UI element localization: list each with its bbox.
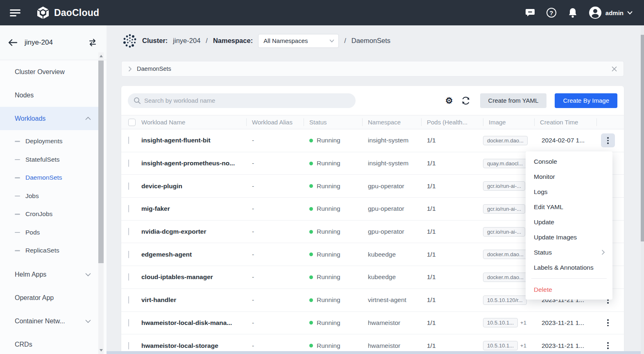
status-cell: Running (304, 342, 362, 349)
row-checkbox[interactable] (128, 273, 129, 281)
workload-name[interactable]: insight-agent-prometheus-no... (141, 160, 246, 167)
sidebar-nav: Cluster OverviewNodesWorkloadsDeployment… (0, 60, 98, 354)
workload-name[interactable]: hwameistor-local-disk-mana... (141, 319, 246, 327)
breadcrumb-bar: DaemonSets (121, 61, 624, 77)
page-header: Cluster: jinye-204 / Namespace: All Name… (107, 25, 644, 56)
row-actions-kebab-icon[interactable] (601, 316, 615, 330)
switch-cluster-icon[interactable] (88, 38, 98, 47)
select-all-checkbox[interactable] (128, 119, 136, 126)
menu-item-label: Edit YAML (534, 203, 563, 211)
search-input[interactable] (128, 93, 356, 108)
row-checkbox[interactable] (128, 160, 129, 167)
workload-name[interactable]: nvidia-dcgm-exporter (141, 228, 246, 235)
sidebar-item-replicasets[interactable]: ReplicaSets (0, 241, 98, 260)
workload-name[interactable]: mig-faker (141, 205, 246, 212)
pods-cell: 1/1 (421, 160, 483, 167)
row-checkbox[interactable] (128, 183, 129, 190)
table-header: Workload NameWorkload AliasStatusNamespa… (121, 115, 624, 129)
sidebar-scrollbar[interactable] (98, 52, 104, 354)
namespace-cell: kubeedge (362, 251, 421, 258)
image-cell: 10.5.10.1...+1 (483, 341, 534, 350)
menu-item-monitor[interactable]: Monitor (526, 169, 612, 184)
menu-item-labels-annotations[interactable]: Labels & Annotations (526, 260, 612, 275)
workload-name[interactable]: insight-agent-fluent-bit (141, 137, 246, 144)
row-checkbox[interactable] (128, 228, 129, 235)
menu-item-console[interactable]: Console (526, 154, 612, 169)
scroll-down-icon[interactable] (100, 349, 103, 352)
menu-item-delete[interactable]: Delete (526, 282, 612, 297)
row-checkbox[interactable] (128, 205, 129, 212)
close-icon[interactable] (612, 66, 617, 72)
sidebar-item-nodes[interactable]: Nodes (0, 83, 98, 107)
image-pill: quay.m.daocl... (483, 159, 527, 168)
sidebar-item-crds[interactable]: CRDs (0, 333, 98, 354)
namespace-cell: kubeedge (362, 273, 421, 281)
sidebar-item-deployments[interactable]: Deployments (0, 132, 98, 151)
workload-alias: - (246, 296, 304, 304)
sidebar-item-pods[interactable]: Pods (0, 223, 98, 242)
sidebar-item-cluster-overview[interactable]: Cluster Overview (0, 60, 98, 83)
pods-cell: 1/1 (421, 296, 483, 304)
sidebar-item-operator-app[interactable]: Operator App (0, 286, 98, 310)
horizontal-scrollbar[interactable] (107, 351, 644, 354)
pods-cell: 1/1 (421, 183, 483, 190)
breadcrumb-label[interactable]: DaemonSets (137, 65, 171, 72)
workload-alias: - (246, 183, 304, 190)
row-actions-kebab-icon[interactable] (601, 339, 615, 353)
row-actions-kebab-icon[interactable] (601, 133, 615, 147)
back-arrow-icon[interactable] (8, 39, 17, 46)
workload-name[interactable]: hwameistor-local-storage (141, 342, 246, 349)
row-checkbox[interactable] (128, 251, 129, 258)
menu-item-label: Monitor (534, 173, 555, 180)
help-icon[interactable] (546, 7, 557, 18)
settings-gear-icon[interactable] (445, 96, 453, 105)
namespace-cell: hwameistor (362, 319, 421, 327)
sidebar-item-statefulsets[interactable]: StatefulSets (0, 151, 98, 169)
menu-item-label: Labels & Annotations (534, 264, 594, 271)
dash-icon (15, 250, 20, 251)
row-checkbox[interactable] (128, 319, 129, 327)
menu-item-status[interactable]: Status (526, 245, 612, 260)
daocloud-logo-icon (36, 6, 50, 20)
scroll-up-icon[interactable] (100, 55, 103, 57)
workload-name[interactable]: virt-handler (141, 296, 246, 304)
pods-cell: 1/1 (421, 205, 483, 212)
workload-name[interactable]: cloud-iptables-manager (141, 273, 246, 281)
sidebar-scrollbar-thumb[interactable] (98, 61, 104, 263)
sidebar-item-cronjobs[interactable]: CronJobs (0, 205, 98, 223)
sidebar-item-daemonsets[interactable]: DaemonSets (0, 169, 98, 187)
menu-item-logs[interactable]: Logs (526, 184, 612, 199)
separator: / (344, 37, 346, 45)
vertical-scrollbar-thumb[interactable] (641, 35, 644, 241)
menu-icon[interactable] (10, 8, 20, 18)
row-checkbox[interactable] (128, 137, 129, 144)
vertical-scrollbar[interactable] (641, 25, 644, 354)
column-header: Creation Time (534, 115, 596, 129)
sidebar-item-container-netw[interactable]: Container Netw... (0, 310, 98, 333)
chat-icon[interactable] (525, 7, 535, 18)
menu-item-edit-yaml[interactable]: Edit YAML (526, 199, 612, 214)
chevron-right-icon[interactable] (128, 66, 132, 72)
sidebar-item-helm-apps[interactable]: Helm Apps (0, 263, 98, 286)
create-from-yaml-button[interactable]: Create from YAML (480, 93, 547, 108)
workload-name[interactable]: edgemesh-agent (141, 251, 246, 258)
bell-icon[interactable] (567, 7, 578, 18)
row-checkbox[interactable] (128, 342, 129, 349)
sidebar-item-label: Deployments (25, 138, 62, 145)
cluster-value[interactable]: jinye-204 (173, 37, 200, 45)
create-by-image-button[interactable]: Create By Image (555, 93, 617, 108)
sidebar-item-workloads[interactable]: Workloads (0, 107, 98, 130)
refresh-icon[interactable] (461, 96, 470, 105)
chevron-up-icon (85, 117, 91, 120)
namespace-cell: gpu-operator (362, 205, 421, 212)
workload-name[interactable]: device-plugin (141, 183, 246, 190)
sidebar-item-jobs[interactable]: Jobs (0, 187, 98, 205)
row-checkbox[interactable] (128, 296, 129, 304)
user-menu[interactable]: admin (589, 6, 633, 19)
daocloud-logo[interactable]: DaoCloud (36, 6, 99, 20)
menu-item-update[interactable]: Update (526, 214, 612, 230)
status-cell: Running (304, 273, 362, 281)
namespace-select[interactable]: All Namespaces (258, 34, 339, 48)
menu-item-update-images[interactable]: Update Images (526, 230, 612, 245)
namespace-cell: hwameistor (362, 342, 421, 349)
